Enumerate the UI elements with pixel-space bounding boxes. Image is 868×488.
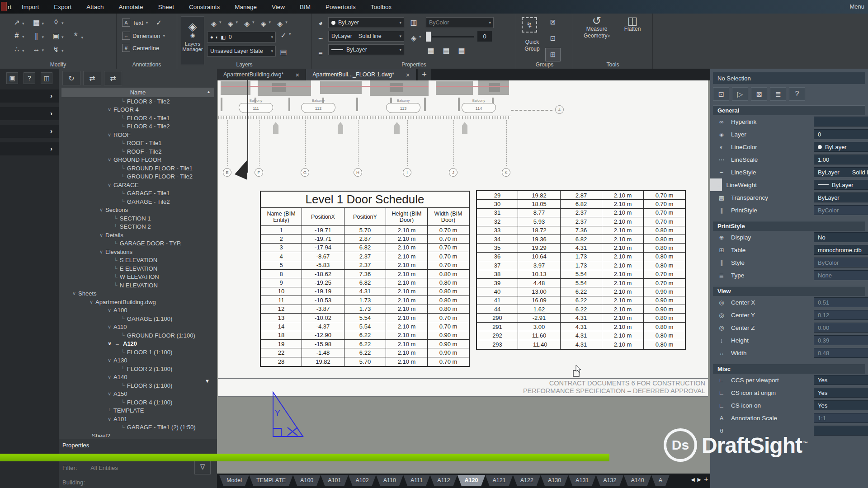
tree-item[interactable]: N ELEVATION	[61, 281, 214, 290]
bim-toolbar-button[interactable]	[83, 71, 101, 85]
tree-item[interactable]: GARAGE	[61, 181, 214, 189]
help-icon[interactable]: ?	[24, 72, 35, 84]
property-value-field[interactable]: ByColor	[814, 258, 868, 267]
transparency-slider[interactable]	[426, 32, 474, 42]
tree-expander-icon[interactable]	[108, 357, 111, 363]
sheet-tab[interactable]: A120	[458, 475, 486, 486]
tree-item[interactable]: A140	[61, 373, 214, 382]
linecolor-dropdown[interactable]: ByLayer▾	[328, 17, 404, 28]
sheet-tab[interactable]: A130	[541, 475, 568, 486]
property-value-field[interactable]: 0.39	[814, 335, 868, 345]
layer-tool-button[interactable]: ◈▾	[209, 17, 222, 28]
tree-item[interactable]: FLOOR 1 (1:100)	[61, 348, 214, 357]
tree-expander-icon[interactable]	[121, 124, 125, 129]
tree-item[interactable]: A120	[61, 340, 214, 348]
tree-expander-icon[interactable]	[121, 399, 125, 405]
tree-expander-icon[interactable]	[121, 333, 125, 338]
bim-toolbar-button[interactable]	[104, 71, 122, 85]
bim-cube-icon[interactable]: ▣	[6, 72, 18, 84]
sheet-tab[interactable]: A131	[568, 475, 596, 486]
tree-expander-icon[interactable]	[121, 349, 125, 355]
modify-tool-button[interactable]: ▾	[12, 44, 24, 54]
tree-item[interactable]: FLOOR 3 (1:100)	[61, 381, 214, 390]
document-tab[interactable]: ApartmentBuilding.dwg* ×	[217, 69, 306, 80]
sheet-tab[interactable]: Model	[219, 475, 249, 486]
tree-expander-icon[interactable]	[90, 299, 93, 305]
property-value-field[interactable]: 1.00	[814, 155, 868, 164]
property-value-field[interactable]: 0	[814, 129, 868, 139]
lineweight-icon[interactable]: ≡	[316, 49, 326, 59]
tree-expander-icon[interactable]	[108, 416, 111, 422]
quick-group-button[interactable]: Quick Group	[518, 39, 546, 52]
filter-value[interactable]: All Entities	[90, 465, 118, 471]
tree-expander-icon[interactable]	[121, 316, 125, 321]
flatten-button[interactable]: ◫ Flatten	[618, 17, 646, 33]
match-properties-icon[interactable]: ▤	[441, 45, 451, 55]
sheet-tab[interactable]: A121	[485, 475, 513, 486]
property-value-field[interactable]: 0.51	[814, 297, 868, 307]
menu-item[interactable]: Powertools	[326, 4, 356, 10]
tree-expander-icon[interactable]	[114, 274, 118, 280]
property-painter-icon[interactable]: ▤	[457, 45, 467, 55]
layer-tool-button[interactable]: ◈▾	[275, 17, 288, 28]
tree-item[interactable]: Sheets	[61, 290, 214, 298]
collapsed-panel[interactable]: ›	[0, 125, 59, 138]
tree-expander-icon[interactable]	[108, 408, 111, 413]
tree-item[interactable]: TEMPLATE	[61, 407, 214, 415]
layer-tool-button[interactable]: ◈▾	[226, 17, 238, 28]
tree-item[interactable]: A150	[61, 390, 214, 399]
sort-ascending-icon[interactable]: ▲	[207, 89, 211, 94]
tree-item[interactable]: W ELEVATION	[61, 273, 214, 282]
tree-item[interactable]: SECTION 2	[61, 223, 214, 231]
tree-item[interactable]: ROOF - Tile1	[61, 139, 214, 148]
property-value-field[interactable]: Yes	[814, 388, 868, 398]
hatch-icon[interactable]: ▥	[409, 17, 419, 27]
modify-tool-button[interactable]: ▾	[71, 31, 84, 41]
tree-item[interactable]: A130	[61, 357, 214, 365]
tree-expander-icon[interactable]	[108, 391, 111, 397]
tree-expander-icon[interactable]	[114, 224, 118, 230]
group-selection-toggle[interactable]: ⊞	[545, 48, 561, 61]
sheet-tab[interactable]: A122	[513, 475, 541, 486]
tree-item[interactable]: FLOOR 2 (1:100)	[61, 365, 214, 373]
modify-tool-button[interactable]: ▾	[32, 44, 44, 54]
sheet-tab[interactable]: A101	[321, 475, 348, 486]
property-value-field[interactable]: Yes	[814, 400, 868, 410]
sheet-tab[interactable]: A132	[596, 475, 623, 486]
property-value-field[interactable]: No	[814, 232, 868, 242]
tree-expander-icon[interactable]	[108, 307, 111, 313]
bim-toolbar-button[interactable]	[62, 71, 80, 85]
close-icon[interactable]: ×	[295, 71, 299, 79]
menu-item[interactable]: Attach	[86, 4, 104, 10]
tree-item[interactable]: ROOF - Tile2	[61, 147, 214, 156]
tree-item[interactable]: A110	[61, 323, 214, 332]
tree-item[interactable]: GROUND FLOOR (1:100)	[61, 331, 214, 340]
sheet-tab[interactable]: A112	[430, 475, 457, 486]
property-value-field[interactable]: 1:1	[814, 413, 868, 423]
dimension-button[interactable]: ↔Dimension▾	[122, 32, 177, 40]
selection-tool-button[interactable]	[732, 87, 748, 101]
document-tab-active[interactable]: ApartmentBuil..._FLOOR 1.dwg* ×	[306, 69, 416, 80]
sheet-tab[interactable]: TEMPLATE	[249, 475, 293, 486]
text-button[interactable]: AText▾✓	[122, 18, 177, 28]
section-header-printstyle[interactable]: PrintStyle	[713, 221, 865, 231]
annotative-scale-icon[interactable]: ▦	[426, 45, 436, 55]
tree-expander-icon[interactable]	[114, 266, 118, 271]
menu-item[interactable]: Import	[22, 4, 39, 10]
filter-button[interactable]: ∇	[194, 459, 211, 474]
tree-expander-icon[interactable]	[121, 383, 125, 388]
sheet-tab[interactable]: A110	[376, 475, 403, 486]
property-value-field[interactable]: 0.00	[814, 323, 868, 333]
scroll-left-icon[interactable]: ◀	[691, 477, 694, 483]
tree-item[interactable]: ROOF	[61, 131, 214, 139]
property-value-field[interactable]: monochrome.ctb	[814, 245, 868, 255]
menu-item[interactable]: Export	[54, 4, 71, 10]
app-icon[interactable]	[1, 2, 7, 11]
property-value-field[interactable]: ByLayer	[814, 192, 868, 202]
tree-expander-icon[interactable]	[121, 141, 125, 146]
property-value-field[interactable]: Yes	[814, 375, 868, 385]
tree-column-header[interactable]: Name ▲	[61, 88, 214, 97]
tree-item[interactable]: GARAGE (1:100)	[61, 314, 214, 323]
sheet-tab[interactable]: A111	[403, 475, 430, 486]
property-value-field[interactable]: 0.12	[814, 310, 868, 320]
